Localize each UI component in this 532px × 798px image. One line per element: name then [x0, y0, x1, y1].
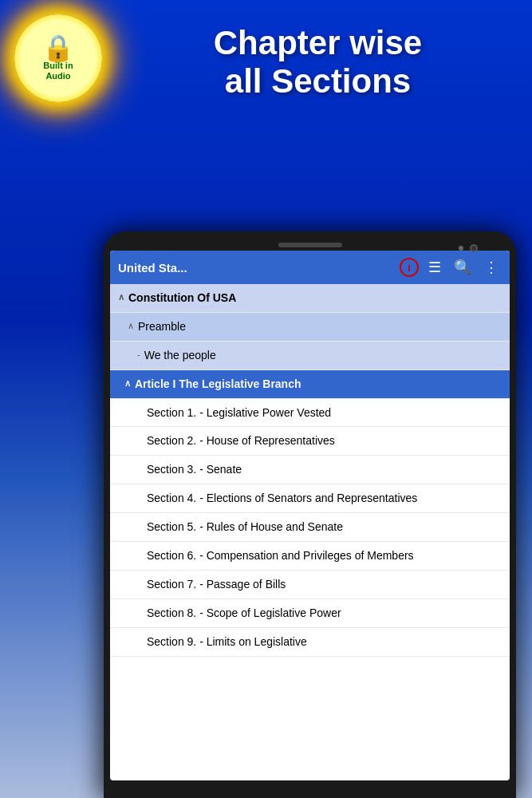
phone-camera	[470, 244, 478, 252]
app-toolbar: United Sta... i ☰ 🔍 ⋮	[110, 251, 510, 284]
title-area: Chapter wise all Sections	[120, 24, 516, 101]
item-label: Section 5. - Rules of House and Senate	[147, 519, 343, 535]
magnet-icon: 🔒	[42, 35, 74, 61]
expand-arrow: ∧	[128, 321, 134, 331]
phone-flash	[459, 246, 463, 251]
item-label: Section 3. - Senate	[147, 462, 242, 477]
list-item[interactable]: Section 8. - Scope of Legislative Power	[110, 599, 510, 628]
phone-device: United Sta... i ☰ 🔍 ⋮ ∧ Constitution Of …	[104, 231, 516, 798]
list-item[interactable]: Section 1. - Legislative Power Vested	[110, 399, 510, 428]
item-label: Section 8. - Scope of Legislative Power	[147, 606, 341, 621]
item-label: Section 1. - Legislative Power Vested	[147, 405, 331, 421]
phone-screen: United Sta... i ☰ 🔍 ⋮ ∧ Constitution Of …	[110, 251, 510, 780]
list-item[interactable]: ∧ Article I The Legislative Branch	[110, 370, 510, 399]
item-label: Section 7. - Passage of Bills	[147, 577, 286, 592]
item-label: Section 2. - House of Representatives	[147, 433, 335, 448]
list-item[interactable]: Section 4. - Elections of Senators and R…	[110, 484, 510, 513]
item-label: Article I The Legislative Branch	[135, 377, 301, 392]
list-item[interactable]: Section 2. - House of Representatives	[110, 427, 510, 456]
list-item[interactable]: - We the people	[110, 342, 510, 370]
menu-icon-button[interactable]: ☰	[425, 257, 444, 278]
list-item[interactable]: ∧ Constitution Of USA	[110, 284, 510, 313]
item-label: Section 4. - Elections of Senators and R…	[147, 491, 417, 506]
item-label: Constitution Of USA	[128, 290, 236, 306]
audio-badge: 🔒 Built in Audio	[14, 14, 102, 102]
list-item[interactable]: Section 5. - Rules of House and Senate	[110, 513, 510, 542]
item-label: Preamble	[138, 319, 186, 334]
list-item[interactable]: Section 7. - Passage of Bills	[110, 571, 510, 599]
badge-text: Built in Audio	[43, 61, 73, 81]
item-label: Section 6. - Compensation and Privileges…	[147, 548, 414, 563]
list-item[interactable]: ∧ Preamble	[110, 313, 510, 342]
item-label: Section 9. - Limits on Legislative	[147, 634, 307, 650]
item-label: We the people	[144, 348, 216, 363]
list-item[interactable]: Section 6. - Compensation and Privileges…	[110, 542, 510, 571]
list-item[interactable]: Section 9. - Limits on Legislative	[110, 628, 510, 657]
phone-top-bar	[110, 238, 510, 251]
info-icon-button[interactable]: i	[400, 258, 419, 277]
app-title: United Sta...	[118, 261, 393, 275]
dash-icon: -	[137, 350, 140, 359]
expand-arrow: ∧	[124, 378, 131, 389]
tree-list: ∧ Constitution Of USA ∧ Preamble - We th…	[110, 284, 510, 780]
phone-speaker	[278, 243, 342, 247]
main-title: Chapter wise all Sections	[120, 24, 516, 101]
more-options-button[interactable]: ⋮	[481, 257, 502, 278]
list-item[interactable]: Section 3. - Senate	[110, 456, 510, 484]
expand-arrow: ∧	[118, 292, 124, 302]
search-icon-button[interactable]: 🔍	[451, 257, 475, 278]
